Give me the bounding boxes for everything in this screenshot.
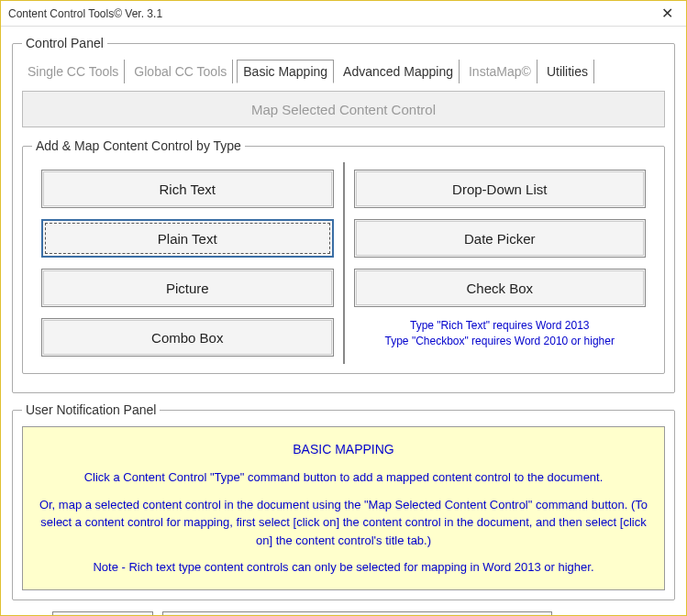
broom-icon bbox=[16, 611, 43, 617]
tab-single-cc-tools[interactable]: Single CC Tools bbox=[22, 60, 125, 83]
combo-box-button[interactable]: Combo Box bbox=[41, 318, 334, 357]
add-map-type-legend: Add & Map Content Control by Type bbox=[32, 138, 245, 153]
window-body: Control Panel Single CC Tools Global CC … bbox=[1, 27, 686, 616]
type-col-left: Rich Text Plain Text Picture Combo Box bbox=[32, 162, 345, 364]
tabs: Single CC Tools Global CC Tools Basic Ma… bbox=[22, 60, 665, 83]
type-col-right: Drop-Down List Date Picker Check Box Typ… bbox=[345, 162, 656, 364]
control-panel-group: Control Panel Single CC Tools Global CC … bbox=[12, 36, 675, 393]
req-note-2: Type "Checkbox" requires Word 2010 or hi… bbox=[385, 335, 615, 347]
notification-p1: Click a Content Control "Type" command b… bbox=[32, 468, 655, 487]
tab-global-cc-tools[interactable]: Global CC Tools bbox=[128, 60, 233, 83]
control-panel-legend: Control Panel bbox=[22, 36, 107, 50]
info-button[interactable]: INFO bbox=[52, 611, 153, 617]
window-title: Content Control Tools© Ver. 3.1 bbox=[8, 7, 162, 20]
tab-advanced-mapping[interactable]: Advanced Mapping bbox=[338, 60, 460, 83]
user-notification-group: User Notification Panel BASIC MAPPING Cl… bbox=[12, 402, 675, 600]
picture-button[interactable]: Picture bbox=[41, 269, 334, 307]
plain-text-button[interactable]: Plain Text bbox=[41, 219, 334, 258]
close-button[interactable]: Close bbox=[162, 611, 552, 617]
tab-instamap[interactable]: InstaMap© bbox=[463, 60, 537, 83]
map-selected-button[interactable]: Map Selected Content Control bbox=[22, 91, 665, 127]
date-picker-button[interactable]: Date Picker bbox=[354, 219, 647, 258]
titlebar: Content Control Tools© Ver. 3.1 ✕ bbox=[1, 1, 686, 27]
drop-down-list-button[interactable]: Drop-Down List bbox=[354, 170, 647, 208]
footer: INFO Close Donate £$€ bbox=[12, 610, 675, 617]
notification-title: BASIC MAPPING bbox=[32, 440, 655, 459]
check-box-button[interactable]: Check Box bbox=[354, 269, 647, 307]
notification-panel: BASIC MAPPING Click a Content Control "T… bbox=[22, 426, 665, 590]
requirements-note: Type "Rich Text" requires Word 2013 Type… bbox=[354, 318, 647, 349]
notification-p3: Note - Rich text type content controls c… bbox=[32, 558, 655, 577]
close-icon[interactable]: ✕ bbox=[656, 3, 679, 24]
rich-text-button[interactable]: Rich Text bbox=[41, 170, 334, 208]
tab-basic-mapping[interactable]: Basic Mapping bbox=[237, 60, 334, 83]
req-note-1: Type "Rich Text" requires Word 2013 bbox=[410, 319, 590, 332]
add-map-type-group: Add & Map Content Control by Type Rich T… bbox=[22, 138, 665, 374]
tab-utilities[interactable]: Utilities bbox=[541, 60, 594, 83]
notification-p2: Or, map a selected content control in th… bbox=[32, 496, 655, 550]
type-grid: Rich Text Plain Text Picture Combo Box D… bbox=[32, 162, 655, 364]
user-notification-legend: User Notification Panel bbox=[22, 402, 160, 417]
